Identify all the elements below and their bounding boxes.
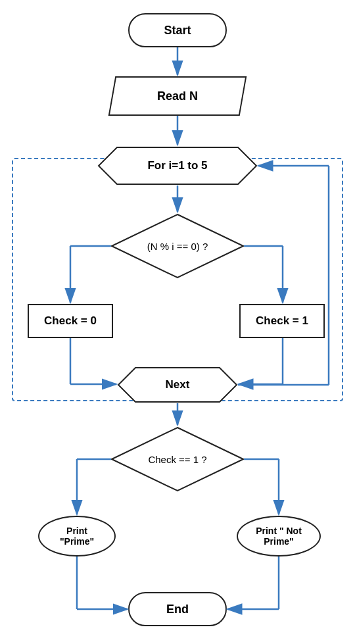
forLoop-shape: For i=1 to 5 — [97, 146, 258, 186]
condition2-shape: Check == 1 ? — [110, 426, 245, 492]
forLoop-label: For i=1 to 5 — [147, 159, 207, 172]
check1-shape: Check = 1 — [239, 304, 325, 338]
check0-label: Check = 0 — [44, 314, 97, 328]
end-label: End — [166, 603, 189, 616]
printPrime-label: Print "Prime" — [60, 526, 94, 547]
condition2-label: Check == 1 ? — [148, 454, 206, 465]
next-shape: Next — [117, 366, 238, 403]
printNotPrime-label: Print " Not Prime" — [256, 526, 302, 547]
flowchart: Start Read N For i=1 to 5 (N % i == 0) ?… — [0, 0, 355, 644]
loop-dashed-box — [12, 158, 343, 401]
printPrime-shape: Print "Prime" — [38, 516, 116, 557]
printNotPrime-shape: Print " Not Prime" — [237, 516, 321, 557]
next-label: Next — [166, 378, 190, 391]
start-label: Start — [164, 24, 191, 37]
end-shape: End — [128, 592, 227, 626]
condition1-label: (N % i == 0) ? — [147, 241, 208, 252]
condition1-shape: (N % i == 0) ? — [110, 213, 245, 279]
check1-label: Check = 1 — [256, 314, 308, 328]
readN-label: Read N — [157, 89, 198, 103]
check0-shape: Check = 0 — [28, 304, 113, 338]
readN-shape: Read N — [112, 76, 243, 116]
start-shape: Start — [128, 13, 227, 47]
